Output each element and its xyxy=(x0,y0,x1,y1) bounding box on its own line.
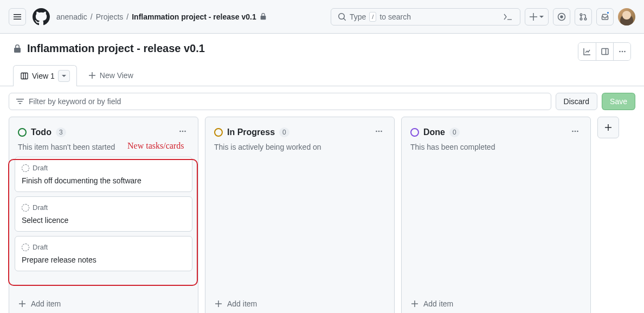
plus-icon xyxy=(604,123,613,132)
column-menu-button[interactable] xyxy=(176,125,189,139)
board: Todo 3 This item hasn't been started Dra… xyxy=(0,117,644,313)
tabs-row: View 1 New View xyxy=(0,61,644,86)
notification-dot xyxy=(606,11,610,15)
column-header: Todo 3 xyxy=(15,123,192,143)
create-new-button[interactable] xyxy=(525,8,549,25)
breadcrumb-current-text: Inflammation project - release v0.1 xyxy=(132,12,256,21)
board-icon xyxy=(20,72,29,80)
card[interactable]: Draft Select licence xyxy=(15,196,192,232)
add-item-button[interactable]: Add item xyxy=(15,294,192,310)
chart-icon xyxy=(583,47,591,56)
kebab-icon xyxy=(618,47,627,56)
svg-rect-5 xyxy=(602,49,608,55)
user-avatar[interactable] xyxy=(618,8,635,25)
column-body xyxy=(407,157,585,294)
search-suffix: to search xyxy=(379,12,411,21)
svg-point-1 xyxy=(561,16,563,18)
filter-input[interactable]: Filter by keyword or by field xyxy=(9,93,551,110)
notifications-button[interactable] xyxy=(596,8,614,25)
plus-icon xyxy=(214,299,223,308)
svg-rect-9 xyxy=(21,73,28,79)
plus-icon xyxy=(88,71,96,80)
column-body xyxy=(211,157,389,294)
column-label: In Progress 0 xyxy=(214,127,289,137)
more-button[interactable] xyxy=(613,43,630,60)
filter-placeholder: Filter by keyword or by field xyxy=(29,97,121,106)
page-title: Inflammation project - release v0.1 xyxy=(27,42,205,55)
title-actions xyxy=(578,42,631,61)
status-circle-icon xyxy=(410,128,419,137)
tab-view1[interactable]: View 1 xyxy=(13,65,77,86)
panel-button[interactable] xyxy=(596,43,613,60)
tab-dropdown[interactable] xyxy=(58,70,70,82)
breadcrumb-user[interactable]: anenadic xyxy=(56,12,87,21)
column-desc: This is actively being worked on xyxy=(211,143,389,157)
tab-label: View 1 xyxy=(32,72,55,80)
kebab-icon xyxy=(375,127,383,136)
hamburger-menu-button[interactable] xyxy=(9,8,26,25)
header-right: Type / to search xyxy=(331,8,635,25)
column-menu-button[interactable] xyxy=(372,125,385,139)
pull-requests-button[interactable] xyxy=(575,8,592,25)
add-item-label: Add item xyxy=(423,299,453,308)
lock-icon xyxy=(260,13,267,20)
new-view-button[interactable]: New View xyxy=(81,67,140,84)
column-name: Done xyxy=(423,127,445,137)
github-logo[interactable] xyxy=(33,8,50,25)
column-done: Done 0 This has been completedAdd item xyxy=(401,117,591,313)
lock-icon xyxy=(13,44,22,53)
top-header: anenadic / Projects / Inflammation proje… xyxy=(0,0,644,34)
column-menu-button[interactable] xyxy=(569,125,582,139)
svg-point-17 xyxy=(575,131,576,132)
svg-point-13 xyxy=(376,131,377,132)
caret-down-icon xyxy=(539,14,544,20)
column-desc: This item hasn't been started xyxy=(15,143,192,157)
issue-icon xyxy=(557,12,566,21)
breadcrumb-projects[interactable]: Projects xyxy=(96,12,124,21)
card-title: Finish off documenting the software xyxy=(22,176,185,185)
kebab-icon xyxy=(571,127,579,136)
column-body: Draft Finish off documenting the softwar… xyxy=(15,157,192,294)
search-prefix: Type xyxy=(350,12,366,21)
svg-point-14 xyxy=(378,131,380,132)
card-status: Draft xyxy=(33,243,48,251)
add-item-button[interactable]: Add item xyxy=(211,294,389,310)
card-status-row: Draft xyxy=(22,164,185,172)
add-item-label: Add item xyxy=(227,299,257,308)
card-status: Draft xyxy=(33,203,48,212)
svg-point-11 xyxy=(182,131,184,132)
title-row: Inflammation project - release v0.1 xyxy=(13,42,205,55)
svg-point-12 xyxy=(184,131,186,132)
filter-bar: Filter by keyword or by field Discard Sa… xyxy=(0,86,644,117)
search-input[interactable]: Type / to search xyxy=(331,8,520,25)
draft-icon xyxy=(22,164,29,172)
count-badge: 0 xyxy=(279,127,289,137)
breadcrumb-sep: / xyxy=(91,12,93,21)
issues-button[interactable] xyxy=(553,8,570,25)
column-desc: This has been completed xyxy=(407,143,585,157)
column-header: Done 0 xyxy=(407,123,585,143)
svg-point-15 xyxy=(381,131,382,132)
svg-point-3 xyxy=(580,18,582,20)
card[interactable]: Draft Prepare release notes xyxy=(15,236,192,271)
column-in-progress: In Progress 0 This is actively being wor… xyxy=(205,117,395,313)
panel-icon xyxy=(601,47,609,56)
discard-button[interactable]: Discard xyxy=(556,93,597,110)
card[interactable]: Draft Finish off documenting the softwar… xyxy=(15,157,192,192)
breadcrumb: anenadic / Projects / Inflammation proje… xyxy=(56,12,267,21)
plus-icon xyxy=(410,299,419,308)
svg-point-16 xyxy=(572,131,574,132)
draft-icon xyxy=(22,204,29,212)
command-palette-icon[interactable] xyxy=(503,11,513,22)
add-item-button[interactable]: Add item xyxy=(407,294,585,310)
new-view-label: New View xyxy=(100,71,133,80)
header-left: anenadic / Projects / Inflammation proje… xyxy=(9,8,267,25)
svg-point-18 xyxy=(577,131,578,132)
svg-point-6 xyxy=(619,51,621,53)
save-button[interactable]: Save xyxy=(602,93,635,110)
breadcrumb-current[interactable]: Inflammation project - release v0.1 xyxy=(132,12,267,21)
svg-point-10 xyxy=(179,131,181,132)
column-name: In Progress xyxy=(227,127,275,137)
insights-button[interactable] xyxy=(578,43,596,60)
add-column-button[interactable] xyxy=(597,117,619,138)
